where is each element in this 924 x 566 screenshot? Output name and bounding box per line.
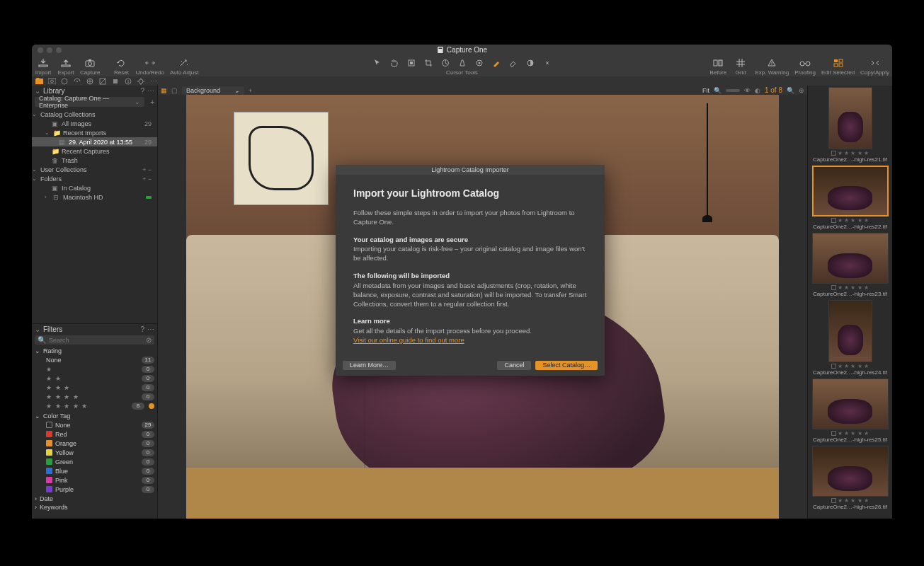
pan-tool[interactable] bbox=[389, 58, 399, 68]
capture-button[interactable]: Capture bbox=[80, 58, 100, 76]
search-icon[interactable]: 🔍 bbox=[787, 87, 794, 94]
folder-macintosh-hd[interactable]: ›⊟ Macintosh HD bbox=[32, 192, 157, 202]
rating-1[interactable]: ★0 bbox=[32, 364, 157, 374]
thumbnail[interactable]: ★ ★ ★ ★ ★CaptureOne2…-high-res21.tif bbox=[809, 87, 891, 163]
copyapply-button[interactable]: Copy/Apply bbox=[860, 58, 889, 76]
heal-tool[interactable] bbox=[542, 58, 552, 68]
crop-tool[interactable] bbox=[423, 58, 433, 68]
thumbnail[interactable]: ★ ★ ★ ★ ★CaptureOne2…-high-res23.tif bbox=[809, 233, 891, 297]
refine-tab-icon[interactable] bbox=[73, 77, 81, 86]
background-dropdown[interactable]: Background⌄ bbox=[182, 86, 244, 95]
cancel-button[interactable]: Cancel bbox=[497, 361, 531, 370]
search-input[interactable] bbox=[49, 337, 143, 344]
eye-icon[interactable]: 👁 bbox=[744, 87, 751, 94]
undoredo-button[interactable]: Undo/Redo bbox=[135, 58, 164, 76]
autoadjust-button[interactable]: Auto Adjust bbox=[170, 58, 198, 76]
rating-5[interactable]: ★ ★ ★ ★ ★8 bbox=[32, 401, 157, 410]
details-tab-icon[interactable] bbox=[111, 77, 120, 86]
filter-search[interactable]: 🔍 ⊘ bbox=[35, 335, 154, 345]
filter-icon[interactable]: ⊕ bbox=[799, 87, 804, 94]
close-window[interactable] bbox=[38, 47, 43, 53]
keywords-header[interactable]: ›Keywords bbox=[32, 503, 157, 512]
exposure-tab-icon[interactable] bbox=[98, 77, 107, 86]
grid-view-icon[interactable]: ▦ bbox=[161, 87, 167, 94]
filters-header[interactable]: ⌄Filters ?⋯ bbox=[32, 324, 157, 334]
proofing-button[interactable]: Proofing bbox=[794, 58, 816, 76]
thumbnail[interactable]: ★ ★ ★ ★ ★CaptureOne2…-high-res24.tif bbox=[809, 300, 891, 376]
rating-4[interactable]: ★ ★ ★ ★0 bbox=[32, 392, 157, 401]
gradient-tool[interactable] bbox=[525, 58, 535, 68]
rating-3[interactable]: ★ ★ ★0 bbox=[32, 383, 157, 392]
library-panel-header[interactable]: ⌄ Library ?⋯ bbox=[32, 86, 157, 96]
select-catalog-button[interactable]: Select Catalog… bbox=[535, 361, 598, 370]
metadata-tab-icon[interactable] bbox=[124, 77, 132, 86]
colortag-yellow[interactable]: Yellow0 bbox=[32, 448, 157, 457]
folder-in-catalog[interactable]: ▣ In Catalog bbox=[32, 183, 157, 192]
more-icon[interactable]: ⋯ bbox=[147, 325, 154, 333]
clear-icon[interactable]: ⊘ bbox=[146, 336, 152, 344]
draw-mask-tool[interactable] bbox=[491, 58, 501, 68]
editselected-button[interactable]: Edit Selected bbox=[821, 58, 855, 76]
mask-icon[interactable]: ◐ bbox=[755, 87, 760, 94]
catalog-selector[interactable]: Catalog: Capture One — Enterprise ⌄ bbox=[35, 97, 144, 107]
help-icon[interactable]: ? bbox=[140, 325, 144, 333]
colortag-header[interactable]: ⌄Color Tag bbox=[32, 412, 157, 420]
erase-tool[interactable] bbox=[508, 58, 518, 68]
tree-all-images[interactable]: ▣ All Images29 bbox=[32, 119, 157, 128]
capture-tab-icon[interactable] bbox=[47, 77, 56, 86]
export-button[interactable]: Export bbox=[57, 58, 74, 76]
single-view-icon[interactable]: ▢ bbox=[171, 87, 178, 94]
zoom-icon[interactable]: 🔍 bbox=[714, 87, 721, 94]
colortag-purple[interactable]: Purple0 bbox=[32, 485, 157, 494]
tree-recent-imports[interactable]: ⌄📁 Recent Imports bbox=[32, 128, 157, 137]
more-tab-icon[interactable]: ⋯ bbox=[149, 77, 158, 86]
catalog-collections-header[interactable]: ⌄Catalog Collections bbox=[32, 110, 157, 119]
before-button[interactable]: Before bbox=[709, 58, 726, 76]
remove-button[interactable]: − bbox=[148, 175, 152, 183]
colortag-pink[interactable]: Pink0 bbox=[32, 475, 157, 485]
colortag-red[interactable]: Red0 bbox=[32, 429, 157, 439]
tree-recent-captures[interactable]: 📁 Recent Captures bbox=[32, 146, 157, 156]
library-tab-icon[interactable] bbox=[35, 77, 43, 86]
learn-more-button[interactable]: Learn More… bbox=[343, 361, 396, 370]
learn-more-link[interactable]: Visit our online guide to find out more bbox=[353, 336, 464, 344]
more-icon[interactable]: ⋯ bbox=[147, 87, 154, 95]
thumbnail-browser[interactable]: ★ ★ ★ ★ ★CaptureOne2…-high-res21.tif★ ★ … bbox=[807, 86, 892, 519]
zoom-slider[interactable] bbox=[726, 89, 740, 92]
adjustments-tab-icon[interactable] bbox=[137, 77, 145, 86]
add-button[interactable]: + bbox=[142, 175, 146, 183]
keystone-tool[interactable] bbox=[457, 58, 467, 68]
loupe-tool[interactable] bbox=[406, 58, 416, 68]
thumbnail[interactable]: ★ ★ ★ ★ ★CaptureOne2…-high-res25.tif bbox=[809, 379, 891, 443]
grid-button[interactable]: Grid bbox=[732, 58, 749, 76]
import-button[interactable]: Import bbox=[35, 58, 52, 76]
colortag-green[interactable]: Green0 bbox=[32, 457, 157, 466]
lens-tab-icon[interactable] bbox=[60, 77, 69, 86]
add-catalog-button[interactable]: + bbox=[147, 98, 157, 106]
rating-none[interactable]: None11 bbox=[32, 355, 157, 364]
remove-button[interactable]: − bbox=[148, 166, 152, 173]
spot-tool[interactable] bbox=[474, 58, 484, 68]
tree-trash[interactable]: 🗑 Trash bbox=[32, 156, 157, 165]
expwarning-button[interactable]: Exp. Warning bbox=[755, 58, 789, 76]
rotate-tool[interactable] bbox=[440, 58, 450, 68]
color-tab-icon[interactable] bbox=[86, 77, 94, 86]
user-collections-header[interactable]: ⌄User Collections + − bbox=[32, 165, 157, 174]
colortag-none[interactable]: None29 bbox=[32, 420, 157, 429]
colortag-blue[interactable]: Blue0 bbox=[32, 466, 157, 475]
add-variant-icon[interactable]: + bbox=[249, 87, 252, 94]
zoom-window[interactable] bbox=[56, 47, 62, 53]
thumbnail[interactable]: ★ ★ ★ ★ ★CaptureOne2…-high-res22.tif bbox=[809, 166, 891, 230]
date-header[interactable]: ›Date bbox=[32, 495, 157, 503]
colortag-orange[interactable]: Orange0 bbox=[32, 439, 157, 448]
rating-2[interactable]: ★ ★0 bbox=[32, 374, 157, 383]
pointer-tool[interactable] bbox=[372, 58, 382, 68]
minimize-window[interactable] bbox=[47, 47, 52, 53]
help-icon[interactable]: ? bbox=[140, 87, 144, 95]
folders-header[interactable]: ⌄Folders + − bbox=[32, 174, 157, 183]
add-button[interactable]: + bbox=[142, 166, 146, 173]
rating-header[interactable]: ⌄Rating bbox=[32, 347, 157, 355]
reset-button[interactable]: Reset bbox=[113, 58, 130, 76]
tree-import-date[interactable]: ▤ 29. April 2020 at 13:5529 bbox=[32, 137, 157, 146]
thumbnail[interactable]: ★ ★ ★ ★ ★CaptureOne2…-high-res26.tif bbox=[809, 446, 891, 510]
